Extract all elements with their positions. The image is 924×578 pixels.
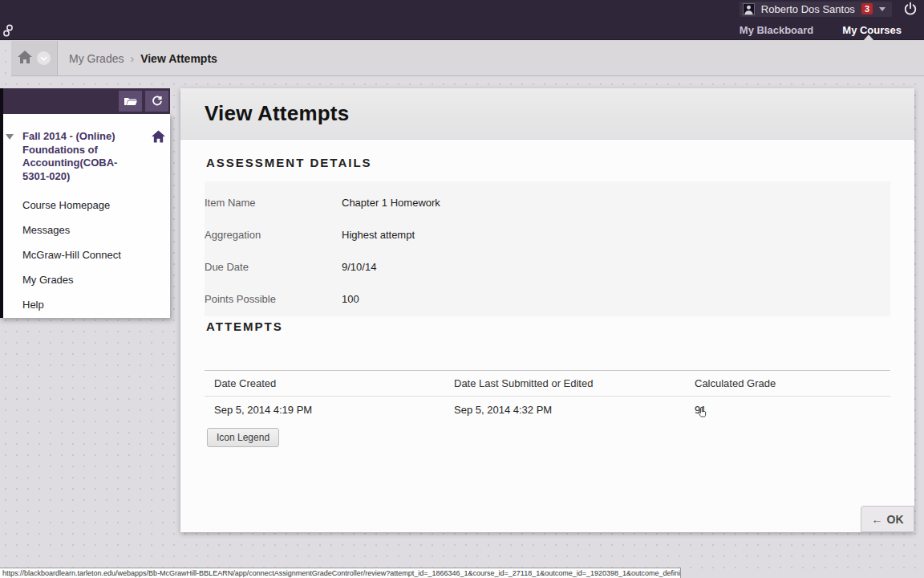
course-menu: Course Homepage Messages McGraw-Hill Con…	[0, 193, 170, 317]
back-arrow-icon: ←	[872, 513, 883, 526]
course-title-link[interactable]: Fall 2014 - (Online) Foundations of Acco…	[22, 130, 133, 183]
icon-legend-button[interactable]: Icon Legend	[207, 428, 279, 447]
breadcrumb-separator: ›	[130, 52, 134, 65]
notification-badge[interactable]: 3	[861, 3, 873, 14]
content-panel: View Attempts ASSESSMENT DETAILS Item Na…	[180, 88, 914, 532]
column-header-calculated-grade: Calculated Grade	[685, 371, 890, 397]
user-name: Roberto Dos Santos	[761, 3, 855, 15]
field-label: Due Date	[205, 261, 342, 273]
user-menu[interactable]: Roberto Dos Santos 3	[740, 2, 892, 17]
breadcrumb-item-my-grades[interactable]: My Grades	[69, 52, 124, 65]
attempt-row: Sep 5, 2014 4:19 PM Sep 5, 2014 4:32 PM …	[205, 397, 890, 424]
assessment-details-heading: ASSESSMENT DETAILS	[206, 156, 914, 169]
field-row-due-date: Due Date 9/10/14	[205, 255, 890, 287]
column-header-date-submitted: Date Last Submitted or Edited	[444, 371, 685, 397]
sidebar-item-messages[interactable]: Messages	[0, 218, 170, 242]
sidebar-item-help[interactable]: Help	[0, 292, 170, 317]
refresh-icon[interactable]	[145, 91, 168, 112]
top-bar: Roberto Dos Santos 3 My Blackboard My Co…	[0, 0, 924, 40]
user-area: Roberto Dos Santos 3	[740, 0, 918, 18]
assessment-details-box: Item Name Chapter 1 Homework Aggregation…	[205, 181, 890, 316]
breadcrumb-bar: My Grades › View Attempts	[11, 41, 924, 76]
browser-status-bar: https://blackboardlearn.tarleton.edu/web…	[0, 568, 681, 578]
mouse-hand-cursor-icon	[698, 407, 708, 419]
chevron-down-icon	[879, 7, 886, 11]
collapse-course-menu-icon[interactable]	[6, 134, 14, 140]
breadcrumb-home-box	[11, 41, 58, 75]
attempts-heading: ATTEMPTS	[206, 320, 914, 333]
course-home-icon[interactable]	[152, 130, 165, 143]
sidebar-toolbar	[0, 88, 170, 114]
breadcrumb-item-current: View Attempts	[140, 52, 217, 65]
field-label: Item Name	[205, 197, 342, 209]
field-value: Highest attempt	[342, 229, 415, 241]
field-label: Points Possible	[205, 293, 342, 305]
field-row-aggregation: Aggregation Highest attempt	[205, 223, 890, 255]
global-nav: My Blackboard My Courses	[740, 19, 902, 40]
course-sidebar: Fall 2014 - (Online) Foundations of Acco…	[0, 114, 170, 318]
tab-my-blackboard[interactable]: My Blackboard	[740, 24, 813, 36]
course-menu-folder-icon[interactable]	[119, 91, 142, 112]
field-value: 9/10/14	[342, 261, 376, 273]
page-header: View Attempts	[180, 88, 914, 140]
link-icon[interactable]	[2, 23, 14, 38]
sidebar-item-mcgraw-hill-connect[interactable]: McGraw-Hill Connect	[0, 242, 170, 267]
attempts-table-header-row: Date Created Date Last Submitted or Edit…	[205, 371, 890, 397]
avatar	[743, 3, 755, 15]
attempt-date-submitted: Sep 5, 2014 4:32 PM	[444, 397, 685, 424]
ok-button-label: OK	[887, 513, 904, 526]
active-tab-notch	[863, 35, 874, 41]
sidebar-item-my-grades[interactable]: My Grades	[0, 267, 170, 292]
breadcrumb: My Grades › View Attempts	[58, 52, 217, 65]
field-label: Aggregation	[205, 229, 342, 241]
attempt-grade-link[interactable]: 91	[685, 397, 890, 424]
attempts-table: Date Created Date Last Submitted or Edit…	[205, 370, 890, 423]
logout-power-icon[interactable]	[903, 2, 918, 16]
page-title: View Attempts	[205, 101, 349, 126]
field-row-item-name: Item Name Chapter 1 Homework	[205, 191, 890, 223]
sidebar-item-course-homepage[interactable]: Course Homepage	[0, 193, 170, 218]
home-icon[interactable]	[18, 51, 32, 67]
field-value: Chapter 1 Homework	[342, 197, 440, 209]
breadcrumb-expand-icon[interactable]	[37, 51, 51, 65]
field-row-points-possible: Points Possible 100	[205, 287, 890, 308]
column-header-date-created: Date Created	[205, 371, 444, 397]
sidebar-left-edge	[0, 88, 3, 318]
attempt-date-created: Sep 5, 2014 4:19 PM	[205, 397, 444, 424]
ok-button[interactable]: ← OK	[861, 506, 914, 532]
field-value: 100	[342, 293, 359, 305]
